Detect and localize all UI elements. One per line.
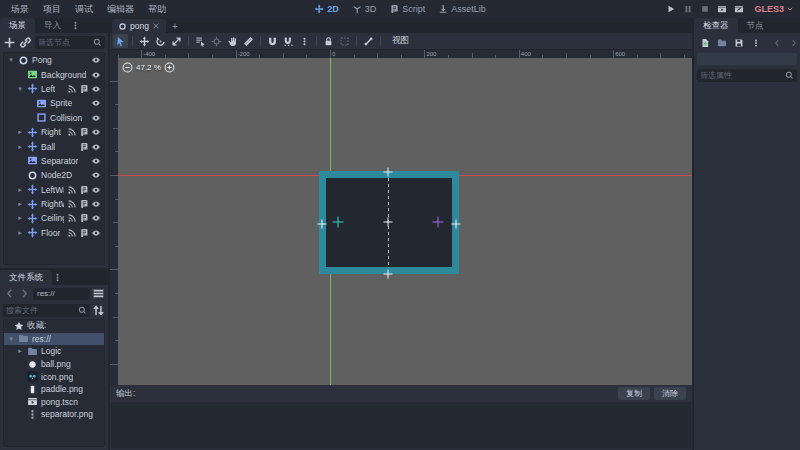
workspace-assetlib-button[interactable]: AssetLib xyxy=(438,4,486,14)
nav-back-button[interactable] xyxy=(3,287,16,300)
scene-node-ceiling[interactable]: ▸Ceiling xyxy=(4,211,104,225)
nav-forward-button[interactable] xyxy=(18,287,31,300)
grid-snap-toggle[interactable] xyxy=(281,34,296,48)
signal-icon[interactable] xyxy=(67,213,77,223)
visibility-toggle-icon[interactable] xyxy=(91,98,101,108)
scene-node-collision[interactable]: Collision xyxy=(4,111,104,125)
view-menu-button[interactable]: 视图 xyxy=(385,35,416,47)
menu-debug[interactable]: 调试 xyxy=(68,0,100,18)
smart-snap-toggle[interactable] xyxy=(265,34,280,48)
scene-node-rightwall[interactable]: ▸RightWall xyxy=(4,197,104,211)
scene-node-leftwall[interactable]: ▸LeftWall xyxy=(4,183,104,197)
file-Logic[interactable]: ▸Logic xyxy=(4,345,104,358)
script-icon[interactable] xyxy=(79,127,89,137)
scene-node-right[interactable]: ▸Right xyxy=(4,125,104,139)
scene-node-pong[interactable]: ▾Pong xyxy=(4,53,104,67)
file-pong.tscn[interactable]: pong.tscn xyxy=(4,396,104,409)
script-icon[interactable] xyxy=(79,185,89,195)
tree-expander[interactable]: ▸ xyxy=(16,143,24,151)
scene-node-separator[interactable]: Separator xyxy=(4,154,104,168)
visibility-toggle-icon[interactable] xyxy=(91,113,101,123)
menu-scene[interactable]: 场景 xyxy=(4,0,36,18)
tree-expander[interactable]: ▸ xyxy=(16,128,24,136)
workspace-script-button[interactable]: Script xyxy=(389,4,425,14)
clear-button[interactable]: 清除 xyxy=(654,387,686,400)
history-forward-button[interactable] xyxy=(787,36,800,49)
visibility-toggle-icon[interactable] xyxy=(91,127,101,137)
history-back-button[interactable] xyxy=(770,36,783,49)
tree-expander[interactable]: ▸ xyxy=(16,229,24,237)
renderer-dropdown[interactable]: GLES3 xyxy=(754,4,794,14)
signal-icon[interactable] xyxy=(67,127,77,137)
property-filter-input[interactable] xyxy=(700,71,783,80)
signal-icon[interactable] xyxy=(67,228,77,238)
visibility-toggle-icon[interactable] xyxy=(91,170,101,180)
visibility-toggle-icon[interactable] xyxy=(91,228,101,238)
zoom-level[interactable]: 47.2 % xyxy=(136,63,161,72)
scene-node-sprite[interactable]: Sprite xyxy=(4,96,104,110)
file-separator.png[interactable]: separator.png xyxy=(4,408,104,421)
file-ball.png[interactable]: ball.png xyxy=(4,358,104,371)
skeleton-button[interactable] xyxy=(361,34,376,48)
signal-icon[interactable] xyxy=(67,199,77,209)
pivot-tool[interactable] xyxy=(209,34,224,48)
horizontal-ruler[interactable]: -400-2000200400600 xyxy=(118,50,692,58)
menu-help[interactable]: 帮助 xyxy=(141,0,173,18)
visibility-toggle-icon[interactable] xyxy=(91,84,101,94)
visibility-toggle-icon[interactable] xyxy=(91,199,101,209)
zoom-out-button[interactable] xyxy=(122,62,133,73)
visibility-toggle-icon[interactable] xyxy=(91,185,101,195)
visibility-toggle-icon[interactable] xyxy=(91,142,101,152)
resource-options-menu[interactable] xyxy=(749,36,762,49)
visibility-toggle-icon[interactable] xyxy=(91,70,101,80)
instance-scene-button[interactable] xyxy=(19,36,32,49)
file-icon.png[interactable]: icon.png xyxy=(4,370,104,383)
tab-filesystem[interactable]: 文件系统 xyxy=(0,270,52,285)
workspace-2d-button[interactable]: 2D xyxy=(314,4,339,14)
canvas[interactable]: 47.2 % xyxy=(118,58,692,385)
new-scene-tab-button[interactable]: + xyxy=(168,20,182,33)
script-icon[interactable] xyxy=(79,84,89,94)
dock-options-icon[interactable] xyxy=(52,272,63,283)
stop-button[interactable] xyxy=(698,3,711,16)
tree-expander[interactable]: ▸ xyxy=(16,200,24,208)
script-icon[interactable] xyxy=(79,213,89,223)
visibility-toggle-icon[interactable] xyxy=(91,156,101,166)
tab-node[interactable]: 节点 xyxy=(738,18,773,33)
new-resource-button[interactable] xyxy=(698,36,711,49)
node-filter-input[interactable] xyxy=(38,38,91,47)
file-res[interactable]: ▾res:// xyxy=(4,333,104,346)
vertical-ruler[interactable] xyxy=(110,58,118,385)
pan-tool[interactable] xyxy=(225,34,240,48)
tab-import[interactable]: 导入 xyxy=(35,18,70,33)
snap-options-menu[interactable] xyxy=(297,34,312,48)
ruler-tool[interactable] xyxy=(241,34,256,48)
play-button[interactable] xyxy=(664,3,677,16)
display-mode-toggle[interactable] xyxy=(92,287,105,300)
menu-project[interactable]: 项目 xyxy=(36,0,68,18)
play-custom-scene-button[interactable] xyxy=(732,3,745,16)
tree-expander[interactable]: ▸ xyxy=(16,186,24,194)
move-tool[interactable] xyxy=(137,34,152,48)
add-node-button[interactable] xyxy=(3,36,16,49)
visibility-toggle-icon[interactable] xyxy=(91,55,101,65)
tab-scene[interactable]: 场景 xyxy=(0,18,35,33)
list-select-tool[interactable] xyxy=(193,34,208,48)
scene-node-background[interactable]: Background xyxy=(4,67,104,81)
tree-expander[interactable]: ▸ xyxy=(16,214,24,222)
menu-editor[interactable]: 编辑器 xyxy=(100,0,141,18)
lock-button[interactable] xyxy=(321,34,336,48)
scene-node-node2d[interactable]: Node2D xyxy=(4,168,104,182)
rotate-tool[interactable] xyxy=(153,34,168,48)
close-icon[interactable] xyxy=(152,22,160,30)
file-paddle.png[interactable]: paddle.png xyxy=(4,383,104,396)
tree-expander[interactable]: ▸ xyxy=(16,347,24,355)
tree-expander[interactable]: ▾ xyxy=(16,85,24,93)
zoom-in-button[interactable] xyxy=(164,62,175,73)
scale-tool[interactable] xyxy=(169,34,184,48)
play-scene-button[interactable] xyxy=(715,3,728,16)
script-icon[interactable] xyxy=(79,142,89,152)
scene-node-ball[interactable]: ▸Ball xyxy=(4,139,104,153)
pause-button[interactable] xyxy=(681,3,694,16)
copy-button[interactable]: 复制 xyxy=(618,387,650,400)
